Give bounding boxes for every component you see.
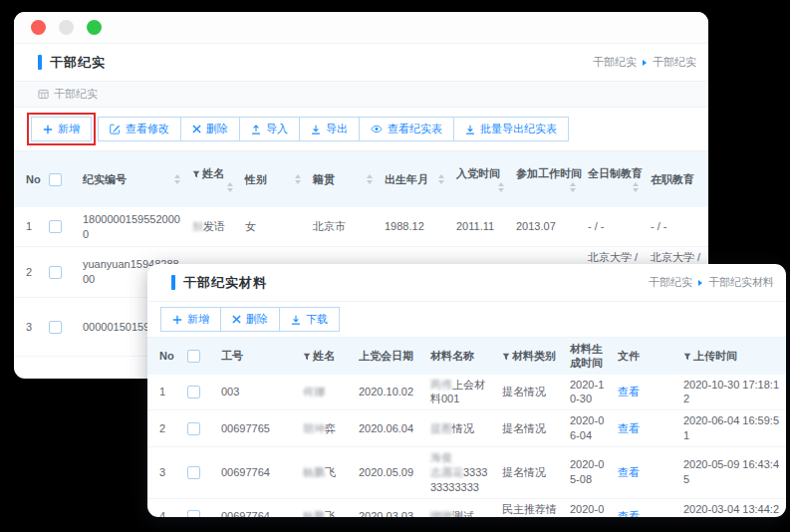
row-checkbox[interactable] (187, 510, 200, 517)
column-header-label: 性别 (245, 173, 267, 185)
download-icon (311, 125, 321, 134)
view-file-link[interactable]: 查看 (618, 422, 640, 434)
download-icon (291, 315, 301, 325)
row-checkbox[interactable] (49, 321, 62, 334)
column-header-label: 全日制教育 (588, 167, 643, 179)
column-header[interactable]: 全日制教育 (582, 151, 645, 207)
table-cell: 00697764 (215, 498, 297, 517)
row-checkbox[interactable] (187, 422, 200, 435)
table-cell: 2020-03-04 13:44:28 (677, 498, 786, 517)
column-header-label: 在职教育 (651, 173, 694, 185)
delete-button[interactable]: 删除 (180, 117, 240, 141)
table-cell: 女 (239, 207, 307, 246)
breadcrumb-arrow-icon (698, 280, 702, 286)
sort-icon[interactable] (295, 174, 301, 184)
row-checkbox[interactable] (187, 466, 200, 479)
column-header[interactable]: 出生年月 (379, 151, 450, 207)
title-accent-bar (38, 55, 42, 70)
table-row[interactable]: 1003何娜2020.10.02两伟上会材料001提名情况2020-10-30查… (147, 375, 786, 410)
batch-export-button[interactable]: 批量导出纪实表 (453, 117, 569, 141)
button-label: 删除 (246, 313, 268, 326)
table-cell: 2020-10-30 (564, 375, 612, 410)
view-edit-button[interactable]: 查看修改 (98, 117, 181, 141)
column-header-label: 参加工作时间 (516, 167, 582, 179)
column-header[interactable]: 材料类别 (496, 338, 564, 375)
column-header[interactable]: 性别 (239, 151, 307, 207)
column-header[interactable]: 参加工作时间 (510, 151, 582, 207)
filter-icon (303, 353, 311, 361)
column-header[interactable]: 姓名 (297, 338, 353, 375)
column-header-label: 材料类别 (512, 350, 556, 362)
table-row[interactable]: 118000001595520000别发语女北京市1988.122011.112… (14, 207, 708, 246)
column-header-select (43, 151, 77, 207)
add-button[interactable]: 新增 (160, 307, 221, 332)
row-checkbox[interactable] (49, 266, 62, 279)
table-cell: 18000001595520000 (77, 207, 186, 246)
minimize-window-button[interactable] (59, 20, 74, 35)
view-file-link[interactable]: 查看 (618, 466, 640, 478)
materials-window: 干部纪实材料 干部纪实干部纪实材料 新增删除下载 No工号姓名上党会日期材料名称… (147, 264, 786, 517)
column-header-label: 纪实编号 (83, 173, 127, 185)
column-header[interactable]: 籍贯 (307, 151, 379, 207)
table-row[interactable]: 400697764杨鹏飞2020.03.03嘟嘟测试民主推荐情况2020-03-… (147, 498, 786, 517)
download-button[interactable]: 下载 (279, 307, 340, 332)
breadcrumb-item[interactable]: 干部纪实 (653, 55, 696, 70)
column-header: 工号 (215, 338, 297, 375)
breadcrumb-item[interactable]: 干部纪实 (649, 275, 692, 290)
view-file-link[interactable]: 查看 (618, 510, 640, 517)
checkbox-cell (43, 207, 77, 246)
column-header[interactable]: 姓名 (186, 151, 239, 207)
close-window-button[interactable] (31, 20, 46, 35)
table-cell: 2020-06-04 (564, 410, 612, 447)
table-row[interactable]: 300697764杨鹏飞2020.05.09海俊志愿花333333333333提… (147, 446, 786, 498)
sort-icon[interactable] (570, 182, 576, 192)
filter-icon (502, 353, 510, 361)
view-file-link[interactable]: 查看 (618, 386, 640, 398)
column-header-label: 籍贯 (313, 173, 335, 185)
delete-button[interactable]: 删除 (220, 307, 280, 332)
sort-icon[interactable] (498, 182, 504, 192)
row-checkbox[interactable] (187, 386, 200, 399)
page-title: 干部纪实 (50, 54, 106, 72)
column-header-label: 材料名称 (430, 350, 474, 362)
table-cell: 提名情况 (496, 375, 564, 410)
zoom-window-button[interactable] (87, 20, 102, 35)
column-header[interactable]: 上传时间 (677, 338, 786, 375)
column-header: 上党会日期 (353, 338, 424, 375)
add-button[interactable]: 新增 (31, 117, 92, 141)
column-header-label: 出生年月 (385, 173, 428, 185)
column-header-label: 入党时间 (456, 167, 500, 179)
breadcrumb-item[interactable]: 干部纪实 (593, 55, 637, 70)
sort-icon[interactable] (438, 174, 444, 184)
panel-strip: 干部纪实 (14, 82, 708, 108)
file-cell: 查看 (612, 446, 677, 498)
table-cell: - / - (645, 207, 708, 246)
page-header: 干部纪实材料 干部纪实干部纪实材料 (147, 264, 786, 302)
sort-icon[interactable] (633, 182, 639, 192)
table-cell: 嘟嘟测试 (424, 498, 496, 517)
sort-icon[interactable] (227, 182, 233, 192)
select-all-checkbox[interactable] (187, 350, 200, 363)
table-cell: 提名情况 (496, 446, 564, 498)
sort-icon[interactable] (174, 174, 180, 184)
column-header-label: 上党会日期 (359, 350, 413, 362)
column-header[interactable]: 纪实编号 (77, 151, 186, 207)
checkbox-cell (43, 246, 77, 298)
column-header-label: 文件 (618, 350, 640, 362)
button-label: 新增 (58, 123, 80, 135)
table-cell: 3 (14, 298, 43, 357)
import-button[interactable]: 导入 (239, 117, 300, 141)
breadcrumb-item[interactable]: 干部纪实材料 (708, 275, 774, 290)
button-label: 新增 (187, 313, 209, 326)
table-row[interactable]: 200697765胡坤弈2020.06.04提图情况提名情况2020-06-04… (147, 410, 786, 447)
breadcrumb-arrow-icon (643, 60, 647, 66)
view-record-table-button[interactable]: 查看纪实表 (359, 117, 454, 141)
sort-icon[interactable] (367, 174, 373, 184)
column-header-label: 姓名 (202, 167, 224, 179)
export-button[interactable]: 导出 (299, 117, 360, 141)
column-header[interactable]: 入党时间 (450, 151, 510, 207)
select-all-checkbox[interactable] (49, 173, 62, 186)
redacted-text: 志愿花 (430, 466, 463, 478)
row-checkbox[interactable] (49, 220, 62, 233)
page-title: 干部纪实材料 (183, 274, 267, 292)
